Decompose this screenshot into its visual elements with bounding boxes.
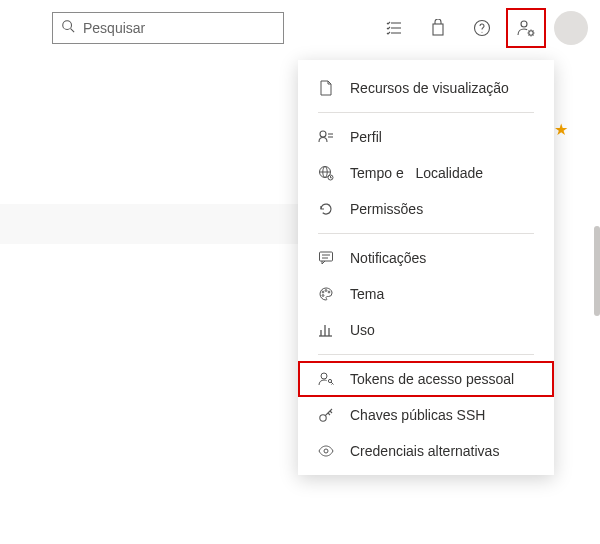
svg-point-8 (521, 21, 527, 27)
profile-icon (318, 129, 334, 145)
user-settings-menu: Recursos de visualização Perfil Tempo e … (298, 60, 554, 475)
svg-rect-5 (433, 24, 443, 35)
document-icon (318, 80, 334, 96)
svg-point-42 (320, 415, 326, 421)
key-icon (318, 407, 334, 423)
svg-point-30 (322, 291, 324, 293)
menu-label: Uso (350, 322, 375, 338)
svg-line-17 (529, 35, 530, 36)
menu-label: Tempo e Localidade (350, 165, 483, 181)
svg-point-31 (325, 290, 327, 292)
svg-line-15 (533, 35, 534, 36)
menu-label: Tema (350, 286, 384, 302)
svg-point-18 (320, 131, 326, 137)
separator (318, 233, 534, 234)
avatar[interactable] (554, 11, 588, 45)
refresh-icon (318, 201, 334, 217)
palette-icon (318, 286, 334, 302)
svg-line-45 (328, 413, 330, 415)
separator (318, 112, 534, 113)
menu-ssh-keys[interactable]: Chaves públicas SSH (298, 397, 554, 433)
person-key-icon (318, 371, 334, 387)
menu-label: Credenciais alternativas (350, 443, 499, 459)
menu-usage[interactable]: Uso (298, 312, 554, 348)
menu-label: Notificações (350, 250, 426, 266)
menu-preview-features[interactable]: Recursos de visualização (298, 70, 554, 106)
separator (318, 354, 534, 355)
top-bar (0, 0, 600, 56)
globe-icon (318, 165, 334, 181)
menu-label: Permissões (350, 201, 423, 217)
search-icon (61, 19, 75, 37)
marketplace-icon[interactable] (418, 8, 458, 48)
scrollbar-thumb[interactable] (594, 226, 600, 316)
menu-label: Perfil (350, 129, 382, 145)
eye-icon (318, 443, 334, 459)
svg-line-14 (529, 31, 530, 32)
svg-line-1 (71, 29, 75, 33)
svg-line-16 (533, 31, 534, 32)
svg-point-7 (482, 32, 483, 33)
svg-line-41 (332, 384, 333, 385)
chat-icon (318, 250, 334, 266)
help-icon[interactable] (462, 8, 502, 48)
svg-point-33 (322, 295, 324, 297)
svg-point-9 (529, 31, 533, 35)
svg-point-46 (324, 449, 328, 453)
menu-label: Recursos de visualização (350, 80, 509, 96)
menu-profile[interactable]: Perfil (298, 119, 554, 155)
menu-alt-credentials[interactable]: Credenciais alternativas (298, 433, 554, 469)
menu-theme[interactable]: Tema (298, 276, 554, 312)
menu-permissions[interactable]: Permissões (298, 191, 554, 227)
scrollbar[interactable] (592, 56, 600, 544)
menu-label: Tokens de acesso pessoal (350, 371, 514, 387)
bar-chart-icon (318, 322, 334, 338)
background-band (0, 204, 298, 244)
menu-notifications[interactable]: Notificações (298, 240, 554, 276)
favorite-star-icon: ★ (554, 120, 568, 139)
svg-rect-27 (320, 252, 333, 261)
user-settings-icon[interactable] (506, 8, 546, 48)
svg-point-32 (328, 291, 330, 293)
search-input[interactable] (83, 20, 275, 36)
menu-label: Chaves públicas SSH (350, 407, 485, 423)
menu-time-locale[interactable]: Tempo e Localidade (298, 155, 554, 191)
work-items-icon[interactable] (374, 8, 414, 48)
svg-point-38 (321, 373, 327, 379)
svg-point-0 (63, 21, 72, 30)
search-box[interactable] (52, 12, 284, 44)
menu-personal-access-tokens[interactable]: Tokens de acesso pessoal (298, 361, 554, 397)
svg-line-44 (330, 411, 332, 413)
